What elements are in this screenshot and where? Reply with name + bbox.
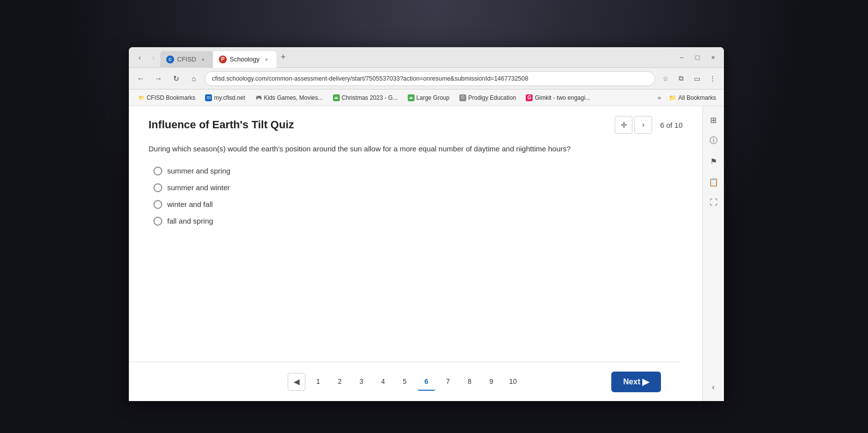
radio-c[interactable]: [153, 200, 162, 209]
bookmark-mycfisd-label: my.cfisd.net: [214, 94, 245, 101]
bookmark-mycfisd-icon: m: [205, 94, 212, 101]
page-6[interactable]: 6: [418, 373, 435, 391]
answer-options: summer and spring summer and winter wint…: [153, 167, 683, 226]
new-tab-button[interactable]: +: [276, 51, 290, 64]
quiz-nav-controls: ✛ ›: [615, 116, 652, 134]
collapse-icon: ‹: [712, 383, 715, 392]
prev-arrow-icon: ◀: [294, 377, 299, 386]
grid-icon: ⊞: [710, 115, 717, 125]
answer-option-d[interactable]: fall and spring: [153, 217, 683, 226]
bookmark-largegroup[interactable]: ⛰ Large Group: [404, 93, 453, 103]
page-1[interactable]: 1: [309, 373, 327, 391]
bookmark-prodigy-label: Prodigy Education: [468, 94, 516, 101]
bookmark-largegroup-icon: ⛰: [408, 94, 415, 101]
schoology-tab-icon: P: [219, 56, 227, 63]
minimize-button[interactable]: −: [675, 51, 688, 64]
tab-cfisd[interactable]: C CFISD ×: [160, 51, 213, 68]
question-text: During which season(s) would the earth's…: [149, 144, 683, 155]
bookmarks-bar: 📁 CFISD Bookmarks m my.cfisd.net 🎮 Kids …: [129, 89, 724, 106]
sidebar-grid-button[interactable]: ⊞: [705, 111, 722, 129]
bookmark-cfisd-icon: 📁: [138, 94, 145, 101]
cfisd-tab-icon: C: [166, 56, 174, 63]
sidebar-flag-button[interactable]: ⚑: [705, 152, 722, 170]
bookmark-mycfisd[interactable]: m my.cfisd.net: [201, 93, 249, 103]
menu-icon[interactable]: ⋮: [706, 72, 719, 85]
page-10[interactable]: 10: [504, 373, 522, 391]
bookmark-star-icon[interactable]: ☆: [659, 72, 672, 85]
bookmark-kids[interactable]: 🎮 Kids Games, Movies...: [251, 93, 327, 103]
all-bookmarks-button[interactable]: 📁 All Bookmarks: [666, 93, 719, 103]
quiz-forward-button[interactable]: ›: [634, 116, 652, 134]
reload-button[interactable]: ↻: [169, 72, 183, 86]
info-icon: ⓘ: [710, 136, 718, 146]
answer-label-a: summer and spring: [167, 167, 230, 175]
quiz-title: Influence of Earth's Tilt Quiz: [149, 118, 294, 131]
sidebar-collapse-button[interactable]: ‹: [705, 378, 722, 396]
next-button-cursor-icon: ▶: [642, 376, 649, 387]
bookmark-christmas[interactable]: ⛰ Christmas 2023 - G...: [329, 93, 402, 103]
bookmark-christmas-icon: ⛰: [333, 94, 340, 101]
bookmark-cfisd-label: CFISD Bookmarks: [147, 94, 195, 101]
tab-schoology-label: Schoology: [230, 56, 260, 63]
move-icon: ✛: [621, 120, 627, 130]
tab-cfisd-close[interactable]: ×: [199, 56, 207, 63]
flag-icon: ⚑: [710, 157, 717, 166]
bookmark-kids-label: Kids Games, Movies...: [264, 94, 323, 101]
sidebar-notes-button[interactable]: 📋: [705, 173, 722, 191]
answer-option-b[interactable]: summer and winter: [153, 183, 683, 192]
radio-a[interactable]: [153, 167, 162, 175]
next-button[interactable]: Next ▶: [611, 372, 661, 392]
bookmark-gimkit-icon: G: [526, 94, 533, 101]
notes-icon: 📋: [709, 177, 718, 187]
address-right-icons: ☆ ⧉ ▭ ⋮: [659, 72, 719, 85]
quiz-area: Influence of Earth's Tilt Quiz ✛ › 6 of …: [129, 106, 702, 401]
tab-nav-forward[interactable]: ›: [147, 51, 160, 64]
page-5[interactable]: 5: [396, 373, 414, 391]
radio-b[interactable]: [153, 183, 162, 192]
window-controls: − □ ×: [675, 51, 720, 64]
tab-schoology-close[interactable]: ×: [263, 56, 270, 63]
radio-d[interactable]: [153, 217, 162, 226]
page-7[interactable]: 7: [439, 373, 457, 391]
bookmark-gimkit[interactable]: G Gimkit - two engagi...: [522, 93, 594, 103]
tab-cfisd-label: CFISD: [177, 56, 196, 63]
quiz-progress: 6 of 10: [660, 121, 683, 129]
page-8[interactable]: 8: [461, 373, 479, 391]
fullscreen-icon: ⛶: [710, 198, 718, 207]
bookmark-prodigy[interactable]: © Prodigy Education: [455, 93, 520, 103]
page-9[interactable]: 9: [482, 373, 500, 391]
pagination-prev-button[interactable]: ◀: [288, 373, 305, 391]
maximize-button[interactable]: □: [690, 51, 704, 64]
tab-bar-nav: ‹ › C CFISD × P Schoology × +: [133, 49, 290, 66]
bookmark-cfisd[interactable]: 📁 CFISD Bookmarks: [134, 93, 199, 103]
answer-option-a[interactable]: summer and spring: [153, 167, 683, 175]
page-2[interactable]: 2: [331, 373, 349, 391]
next-button-label: Next: [623, 377, 640, 386]
bookmarks-more-button[interactable]: »: [655, 92, 664, 103]
home-button[interactable]: ⌂: [187, 72, 201, 86]
tab-nav-back[interactable]: ‹: [133, 51, 147, 64]
bookmark-prodigy-icon: ©: [459, 94, 466, 101]
answer-option-c[interactable]: winter and fall: [153, 200, 683, 209]
bookmark-gimkit-label: Gimkit - two engagi...: [535, 94, 590, 101]
page-3[interactable]: 3: [353, 373, 370, 391]
address-input[interactable]: [205, 71, 655, 86]
back-button[interactable]: ←: [134, 72, 148, 86]
bookmark-christmas-label: Christmas 2023 - G...: [342, 94, 398, 101]
tab-schoology[interactable]: P Schoology ×: [213, 51, 276, 68]
forward-button[interactable]: →: [151, 72, 165, 86]
forward-arrow-icon: ›: [642, 120, 644, 129]
close-button[interactable]: ×: [706, 51, 720, 64]
all-bookmarks-icon: 📁: [669, 94, 676, 101]
answer-label-c: winter and fall: [167, 200, 213, 208]
sidebar-info-button[interactable]: ⓘ: [705, 132, 722, 149]
extensions-icon[interactable]: ⧉: [675, 72, 688, 85]
quiz-move-button[interactable]: ✛: [615, 116, 632, 134]
quiz-header: Influence of Earth's Tilt Quiz ✛ › 6 of …: [149, 116, 683, 134]
profile-icon[interactable]: ▭: [690, 72, 703, 85]
title-bar: ‹ › C CFISD × P Schoology × + − □ ×: [129, 47, 724, 68]
page-4[interactable]: 4: [374, 373, 392, 391]
answer-label-b: summer and winter: [167, 183, 230, 192]
sidebar-fullscreen-button[interactable]: ⛶: [705, 194, 722, 211]
page-content: Influence of Earth's Tilt Quiz ✛ › 6 of …: [129, 106, 724, 401]
